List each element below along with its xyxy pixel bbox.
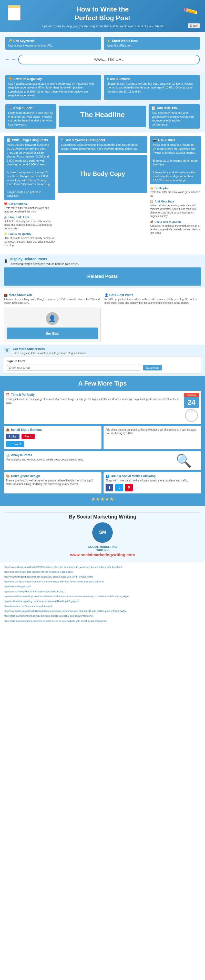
social-body: Blogs with more social media followers a… [106, 479, 199, 482]
footer: By Social Marketing Writing SM SOCIAL MA… [0, 506, 205, 563]
keep-short-box: ✂️ Keep It Short Restrict the headline t… [5, 104, 56, 129]
link-item[interactable]: http://jonathanberger.com/ [4, 584, 201, 589]
guest-posts-title: 👤 Get Guest Posts [104, 293, 202, 297]
star-icon: ⭐ [4, 232, 8, 236]
headline-middle-row: ✂️ Keep It Short Restrict the headline t… [5, 103, 200, 130]
body-display: The Body Copy [58, 155, 147, 193]
url-bar[interactable]: www... The URL [18, 55, 200, 64]
short-works-title: ⚡ Short Works Best [107, 39, 197, 43]
email-icon: 📧 [4, 347, 10, 353]
share-buttons-title: 📤 Install Share Buttons [6, 428, 99, 431]
link-item[interactable]: http://www.outbrain.com/blog/2013/07/hea… [4, 565, 201, 569]
design-social-grid: 🎨 Don't Ignore Design Ensure your blog i… [4, 472, 201, 493]
link-item[interactable]: http://moz.com/blog/what-kind-of-content… [4, 590, 201, 594]
power-negativity-title: 👎 Power of Negativity [8, 77, 98, 81]
headline-display: The Headline [59, 106, 146, 127]
bio-box: 👤 Bio Box [4, 307, 101, 342]
link-item[interactable]: http://www.addthis.com/blog/2014/04/28/h… [4, 609, 201, 613]
signup-title: Get More Subscribers [13, 347, 201, 351]
use-cta-title: 📣 Use a Call to Action [150, 220, 201, 223]
email-input[interactable] [6, 364, 141, 371]
facebook-button[interactable]: f Like [6, 434, 19, 439]
thumbsup-icon: 👍 [150, 186, 154, 190]
clock-icon: ⏰ [6, 393, 10, 396]
sm-url[interactable]: www.socialmarketingwriting.com [5, 553, 200, 557]
write-icon: 📝 [7, 138, 11, 142]
get-emotional-item: ❤️ Get Emotional Posts that trigger the … [4, 202, 55, 213]
links-list: http://www.outbrain.com/blog/2013/07/hea… [4, 565, 201, 623]
time-layout: ⏰ Time it Perfectly Posts published on T… [6, 393, 199, 422]
write-longer-body: Posts that are between 3,000 and 10,000 … [7, 143, 52, 198]
use-numbers-box: # Use Numbers Headlines with numbers per… [104, 75, 200, 100]
power-negativity-body: Use negative superlatives as the click t… [8, 82, 98, 98]
use-cta-body: Add a call to action at the end that lin… [150, 224, 201, 235]
use-keywords-title: 🔑 Use Keywords [8, 39, 98, 43]
design-title: 🎨 Don't Ignore Design [6, 474, 99, 478]
bio-section: 💼 More About You A bio can boost a blog … [0, 291, 205, 345]
more-about-body: A bio can boost a blog post's Google+ sh… [4, 298, 101, 305]
link-item[interactable]: http://socialmarketingwriting.com/how-to… [4, 619, 201, 623]
bio-right: 👤 Get Guest Posts 62.96% people feel tha… [104, 293, 202, 342]
avatar: 👤 [46, 312, 59, 325]
signup-layout: 📧 Get More Subscribers Place a sign up f… [4, 347, 201, 355]
clock-icon-visual [185, 409, 198, 422]
guest-posts-item: 👤 Get Guest Posts 62.96% people feel tha… [104, 293, 202, 305]
focus-quality-body: 30% of people believe that quality conte… [4, 237, 55, 247]
be-helpful-item: 👍 Be Helpful Posts that offer practical … [150, 186, 201, 198]
add-meta-title-body: A 60 character meta title with strategic… [152, 111, 197, 127]
related-posts-section: 📱 Display Related Posts Displaying relat… [0, 255, 205, 288]
short-works-box: ⚡ Short Works Best Keep the URL short. [104, 37, 200, 49]
time-title: ⏰ Time it Perfectly [6, 393, 181, 396]
use-visuals-box: 📷 Use Visuals Posts with at least one im… [150, 136, 201, 185]
briefcase-icon: 💼 [4, 293, 8, 297]
be-helpful-title: 👍 Be Helpful [150, 186, 201, 190]
add-meta-data-item: 📋 Add Meta Data Write curiosity-generati… [150, 200, 201, 218]
body-right-column: 📷 Use Visuals Posts with at least one im… [150, 135, 201, 249]
heart-icon: ❤️ [4, 202, 8, 205]
get-emotional-body: Posts that trigger the emotions awe and … [4, 206, 55, 213]
subscribe-button[interactable]: Subscribe [143, 365, 162, 371]
add-meta-data-body: Write curiosity-generating meta data wit… [150, 204, 201, 218]
link-icon: 🔗 [4, 216, 8, 219]
facebook-icon[interactable]: f [106, 484, 113, 492]
analyse-left: 📊 Analyse Posts Use analytics and keywor… [6, 453, 166, 461]
keep-short-title: ✂️ Keep It Short [8, 107, 53, 110]
link-item[interactable]: https://kevanlee.com/science-of-social-t… [4, 604, 201, 608]
eraser-button[interactable]: Eraser [188, 23, 200, 28]
people-icon: 👥 [106, 474, 109, 478]
use-visuals-body: Posts with at least one image get 2X mor… [153, 143, 198, 182]
display-icon: 📱 [4, 259, 8, 263]
url-bar-row: ← → www... The URL [5, 52, 200, 67]
link-item[interactable]: http://socialmarketingwriting.com/how-to… [4, 599, 201, 603]
link-item[interactable]: http://www.huffingtonpost.com/noah-kagan… [4, 575, 201, 579]
sm-logo: SM [92, 522, 113, 543]
calendar-number: 24 [184, 397, 199, 408]
pinterest-icon[interactable]: P [125, 484, 133, 492]
meta-data-icon: 📋 [150, 200, 154, 203]
stars: ★★★★★ [91, 496, 114, 502]
sm-name: SOCIAL MARKETING WRITING [5, 546, 200, 552]
use-visuals-title: 📷 Use Visuals [153, 138, 198, 142]
scissors-icon: ✂️ [8, 107, 12, 110]
keep-short-body: Restrict the headline to less than 60 ch… [8, 111, 53, 127]
url-tips-row: 🔑 Use Keywords Use relevant keywords in … [5, 36, 200, 51]
link-item[interactable]: http://socialmarketingwriting.com/13-blo… [4, 614, 201, 618]
key-icon: 🔑 [8, 39, 12, 43]
use-keywords-throughout-body: Strategically place keywords throughout … [61, 143, 144, 151]
link-item[interactable]: http://blog.serpiq.com/how-important-is-… [4, 580, 201, 584]
share-icon: 📤 [6, 428, 10, 431]
headline-section: 👎 Power of Negativity Use negative super… [0, 72, 205, 132]
tweet-button[interactable]: 🐦 Tweet [6, 441, 24, 447]
related-posts-box: Related Posts [4, 267, 201, 286]
more-about-you-item: 💼 More About You A bio can boost a blog … [4, 293, 101, 305]
link-item[interactable]: http://moz.com/blog/5-data-insights-into… [4, 570, 201, 574]
pinterest-button[interactable]: Pin It [21, 434, 35, 439]
bio-left: 💼 More About You A bio can boost a blog … [4, 293, 101, 342]
user-icon: 👤 [104, 293, 108, 297]
back-arrow[interactable]: ← [5, 57, 10, 62]
signup-form: Sign Up Form Subscribe [4, 357, 201, 374]
twitter-icon[interactable]: t [115, 484, 123, 492]
forward-arrow[interactable]: → [11, 57, 16, 62]
analyse-right: 🔍 [168, 453, 199, 468]
link-item[interactable]: http://www.addthis.com/blog/2014/05/28/h… [4, 595, 201, 598]
